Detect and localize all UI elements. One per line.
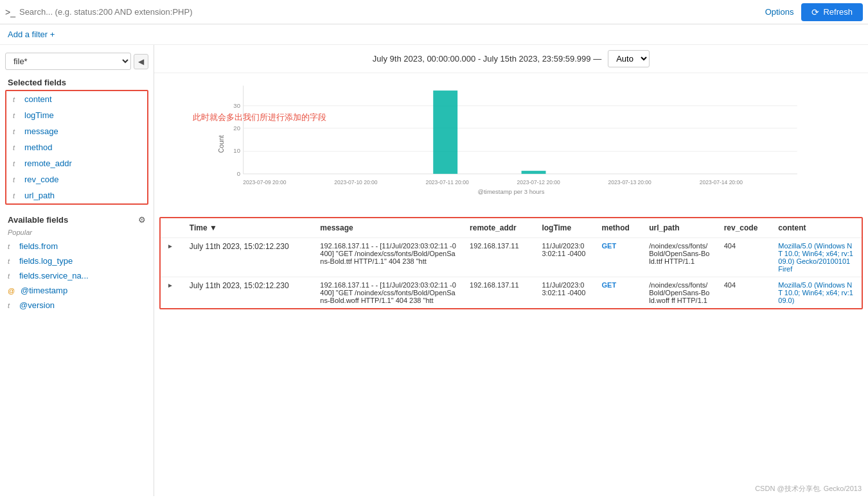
filter-bar: Add a filter +	[0, 24, 868, 45]
available-field-item[interactable]: t@version	[0, 298, 154, 313]
available-field-item[interactable]: @@timestamp	[0, 283, 154, 298]
main-layout: file* ◀ Selected fields tcontenttlogTime…	[0, 45, 868, 496]
field-type-icon: t	[13, 96, 21, 103]
col-message: message	[314, 218, 463, 238]
date-bar: July 9th 2023, 00:00:00.000 - July 15th …	[154, 45, 868, 73]
available-fields-section: Available fields ⚙	[0, 210, 154, 227]
row-url-path: /noindex/css/fonts/Bold/OpenSans-Bold.wo…	[642, 277, 717, 309]
top-bar: >_ Options ⟳ Refresh	[0, 0, 868, 24]
search-icon: >_	[5, 7, 15, 17]
field-type-icon: t	[13, 144, 21, 151]
results-table: Time ▼ message remote_addr logTime metho…	[161, 218, 862, 308]
chart-area: 此时就会多出我们所进行添加的字段 Count 0 10 20 30	[154, 73, 868, 214]
field-name: fields.from	[19, 241, 58, 251]
col-url-path: url_path	[642, 218, 717, 238]
col-content: content	[772, 218, 862, 238]
svg-text:@timestamp per 3 hours: @timestamp per 3 hours	[478, 188, 545, 195]
selected-field-item[interactable]: turl_path	[6, 187, 147, 203]
row-time: July 11th 2023, 15:02:12.230	[183, 238, 314, 277]
field-name: fields.service_na...	[19, 271, 89, 280]
date-range: July 9th 2023, 00:00:00.000 - July 15th …	[373, 54, 601, 64]
available-field-item[interactable]: tfields.log_type	[0, 254, 154, 268]
row-expand[interactable]: ►	[161, 238, 183, 277]
table-header-row: Time ▼ message remote_addr logTime metho…	[161, 218, 862, 238]
col-time-label[interactable]: Time ▼	[183, 218, 314, 238]
svg-text:2023-07-09 20:00: 2023-07-09 20:00	[243, 179, 286, 185]
selected-field-item[interactable]: tcontent	[6, 91, 147, 107]
search-input[interactable]	[19, 7, 757, 17]
row-content: Mozilla/5.0 (Windows NT 10.0; Win64; x64…	[772, 277, 862, 309]
row-remote-addr: 192.168.137.11	[463, 277, 535, 309]
field-type-icon: t	[13, 112, 21, 119]
available-field-item[interactable]: tfields.service_na...	[0, 268, 154, 283]
selected-field-item[interactable]: tmethod	[6, 139, 147, 155]
available-field-item[interactable]: tfields.from	[0, 239, 154, 254]
field-name: remote_addr	[24, 159, 72, 168]
svg-text:2023-07-10 20:00: 2023-07-10 20:00	[334, 179, 377, 185]
selected-field-item[interactable]: trev_code	[6, 171, 147, 187]
svg-text:Count: Count	[218, 135, 225, 153]
field-name: @timestamp	[21, 286, 67, 295]
svg-text:10: 10	[233, 147, 240, 154]
field-type-icon: t	[8, 272, 15, 280]
refresh-icon: ⟳	[811, 7, 819, 17]
svg-rect-11	[433, 91, 457, 174]
table-body: ► July 11th 2023, 15:02:12.230 192.168.1…	[161, 238, 862, 309]
svg-text:0: 0	[237, 170, 240, 177]
row-message: 192.168.137.11 - - [11/Jul/2023:03:02:11…	[314, 238, 463, 277]
svg-rect-12	[522, 171, 546, 174]
col-rev-code: rev_code	[718, 218, 772, 238]
row-method: GET	[596, 277, 643, 309]
selected-fields-box: tcontenttlogTimetmessagetmethodtremote_a…	[5, 90, 148, 205]
field-type-icon: t	[13, 128, 21, 135]
field-type-icon: t	[8, 243, 15, 250]
svg-text:2023-07-13 20:00: 2023-07-13 20:00	[608, 179, 651, 185]
field-name: content	[24, 94, 52, 104]
gear-icon[interactable]: ⚙	[138, 215, 146, 225]
sidebar: file* ◀ Selected fields tcontenttlogTime…	[0, 45, 154, 496]
col-remote-addr: remote_addr	[463, 218, 535, 238]
field-name: rev_code	[24, 175, 58, 184]
row-logtime: 11/Jul/2023:03:02:11 -0400	[535, 238, 595, 277]
field-type-icon: t	[13, 192, 21, 200]
popular-label: Popular	[0, 227, 154, 239]
refresh-button[interactable]: ⟳ Refresh	[801, 3, 863, 21]
field-type-icon: t	[8, 302, 15, 309]
svg-text:2023-07-12 20:00: 2023-07-12 20:00	[517, 179, 560, 185]
available-fields-title: Available fields	[8, 215, 68, 225]
content-area: July 9th 2023, 00:00:00.000 - July 15th …	[154, 45, 868, 496]
field-name: method	[24, 142, 52, 152]
col-method: method	[596, 218, 643, 238]
field-dropdown[interactable]: file*	[5, 53, 131, 70]
selected-field-item[interactable]: tmessage	[6, 123, 147, 139]
row-expand[interactable]: ►	[161, 277, 183, 309]
svg-text:30: 30	[233, 102, 240, 109]
col-time	[161, 218, 183, 238]
field-name: fields.log_type	[19, 256, 73, 266]
selected-fields-title: Selected fields	[0, 73, 154, 90]
add-filter-button[interactable]: Add a filter +	[8, 30, 55, 39]
field-name: url_path	[24, 191, 55, 200]
field-name: logTime	[24, 110, 54, 120]
row-method: GET	[596, 238, 643, 277]
row-logtime: 11/Jul/2023:03:02:11 -0400	[535, 277, 595, 309]
auto-select[interactable]: Auto	[608, 50, 650, 67]
svg-text:2023-07-11 20:00: 2023-07-11 20:00	[425, 179, 468, 185]
field-type-icon: t	[13, 160, 21, 168]
row-rev-code: 404	[718, 238, 772, 277]
svg-text:20: 20	[233, 125, 240, 132]
selected-field-item[interactable]: tlogTime	[6, 107, 147, 123]
collapse-button[interactable]: ◀	[134, 54, 148, 69]
chart-annotation: 此时就会多出我们所进行添加的字段	[193, 112, 326, 123]
field-name: @version	[19, 300, 55, 310]
options-button[interactable]: Options	[757, 4, 802, 19]
field-type-icon: t	[13, 176, 21, 184]
watermark: CSDN @技术分享包. Gecko/2013	[755, 484, 862, 494]
selected-field-item[interactable]: tremote_addr	[6, 155, 147, 171]
col-logtime: logTime	[535, 218, 595, 238]
field-name: message	[24, 126, 58, 136]
results-table-wrap: Time ▼ message remote_addr logTime metho…	[159, 217, 863, 309]
row-remote-addr: 192.168.137.11	[463, 238, 535, 277]
table-row: ► July 11th 2023, 15:02:12.230 192.168.1…	[161, 277, 862, 309]
field-type-icon: t	[8, 257, 15, 265]
